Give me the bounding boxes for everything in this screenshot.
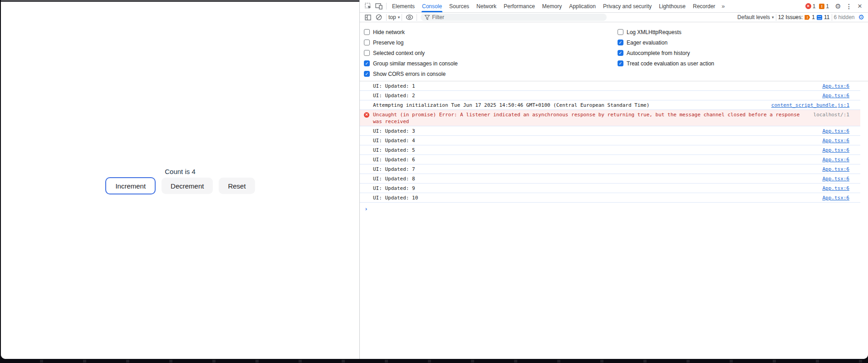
error-count: 1: [813, 3, 816, 10]
device-toolbar-icon[interactable]: [373, 1, 384, 12]
window-top-edge: [1, 0, 359, 2]
inspect-element-icon[interactable]: [363, 1, 373, 12]
console-setting-label: Preserve log: [373, 40, 403, 46]
console-setting-row[interactable]: Log XMLHttpRequests: [618, 27, 714, 37]
console-setting-label: Log XMLHttpRequests: [627, 29, 682, 35]
console-message-list: UI: Updated: 1 App.tsx:6 UI: Updated: 2 …: [360, 81, 868, 359]
checkbox-icon[interactable]: [364, 29, 370, 35]
checkbox-icon[interactable]: ✓: [364, 71, 370, 77]
console-setting-row[interactable]: ✓ Eager evaluation: [618, 37, 714, 48]
devtools-tab[interactable]: Lighthouse: [655, 0, 689, 12]
devtools-tab[interactable]: Memory: [539, 0, 565, 12]
devtools-tab-label: Privacy and security: [603, 3, 652, 10]
devtools-tab[interactable]: Application: [565, 0, 599, 12]
close-devtools-icon[interactable]: ✕: [854, 1, 865, 12]
log-levels-selector[interactable]: Default levels ▾: [737, 14, 774, 20]
console-setting-label: Group similar messages in console: [373, 60, 458, 67]
devtools-tab[interactable]: Performance: [500, 0, 539, 12]
hidden-messages-label[interactable]: 6 hidden: [834, 14, 855, 20]
console-setting-label: Eager evaluation: [627, 40, 667, 46]
devtools-tab[interactable]: Console: [418, 0, 446, 12]
reset-button[interactable]: Reset: [219, 178, 255, 194]
console-setting-row[interactable]: Hide network: [364, 27, 458, 37]
issues-counter[interactable]: 12 Issues: ! 1 11: [778, 14, 830, 20]
console-source-link[interactable]: App.tsx:6: [822, 137, 849, 144]
console-message-row: ✕ Uncaught (in promise) Error: A listene…: [360, 110, 860, 126]
console-setting-row[interactable]: ✓ Treat code evaluation as user action: [618, 58, 714, 69]
console-source-link[interactable]: content_script_bundle.js:1: [771, 102, 849, 109]
checkbox-icon[interactable]: ✓: [618, 60, 623, 66]
settings-gear-icon[interactable]: ⚙: [833, 1, 843, 12]
errors-indicator[interactable]: ✕ 1: [805, 3, 816, 10]
checkbox-icon[interactable]: [364, 40, 370, 45]
devtools-tab[interactable]: Recorder: [689, 0, 719, 12]
error-badge-icon: ✕: [805, 3, 811, 9]
live-expression-eye-icon[interactable]: [404, 12, 415, 23]
more-tabs-icon[interactable]: »: [719, 3, 727, 10]
console-message-text: UI: Updated: 3: [373, 128, 822, 134]
increment-button[interactable]: Increment: [105, 177, 156, 194]
error-icon: ✕: [364, 112, 369, 118]
console-source-link[interactable]: App.tsx:6: [822, 92, 849, 99]
console-message-text: Uncaught (in promise) Error: A listener …: [373, 111, 814, 125]
console-setting-row[interactable]: ✓ Group similar messages in console: [364, 58, 458, 69]
checkbox-icon[interactable]: ✓: [618, 40, 623, 45]
console-setting-label: Hide network: [373, 29, 405, 35]
checkbox-icon[interactable]: [618, 29, 623, 35]
devtools-tabbar: Elements Console Sources Network Perform…: [360, 0, 868, 13]
console-setting-label: Treat code evaluation as user action: [627, 60, 714, 67]
console-setting-row[interactable]: Selected context only: [364, 48, 458, 58]
console-settings-gear-icon[interactable]: ⚙: [858, 13, 864, 21]
filter-input[interactable]: Filter: [421, 14, 607, 21]
console-toolbar: top ▾ Filter Default levels ▾: [360, 13, 868, 22]
checkbox-icon[interactable]: ✓: [618, 50, 623, 56]
more-options-icon[interactable]: ⋮: [843, 1, 854, 12]
count-label: Count is 4: [1, 168, 359, 175]
console-source-link[interactable]: App.tsx:6: [822, 175, 849, 182]
clear-console-icon[interactable]: [373, 12, 384, 23]
counter-buttons-row: Increment Decrement Reset: [1, 178, 359, 194]
devtools-tab[interactable]: Sources: [446, 0, 473, 12]
console-message-row: UI: Updated: 6 App.tsx:6: [360, 155, 860, 164]
web-page-counter-app: Count is 4 Increment Decrement Reset: [1, 0, 359, 359]
console-settings-pane: Hide network Preserve log Selected conte…: [360, 22, 868, 81]
console-message-text: UI: Updated: 8: [373, 175, 822, 182]
warnings-indicator[interactable]: ! 1: [819, 3, 829, 10]
devtools-tab-label: Network: [476, 3, 496, 10]
console-prompt[interactable]: ›: [360, 203, 868, 212]
console-message-text: Attempting initialization Tue Jun 17 202…: [373, 102, 771, 109]
console-message-text: UI: Updated: 6: [373, 156, 822, 163]
devtools-tab[interactable]: Privacy and security: [599, 0, 655, 12]
console-message-row: UI: Updated: 2 App.tsx:6: [360, 91, 860, 100]
devtools-tab-label: Memory: [542, 3, 562, 10]
devtools-tab-label: Elements: [392, 3, 415, 10]
console-setting-row[interactable]: Preserve log: [364, 37, 458, 48]
console-source-link[interactable]: App.tsx:6: [822, 185, 849, 192]
devtools-tab-label: Sources: [449, 3, 469, 10]
console-source-link[interactable]: App.tsx:6: [822, 83, 849, 90]
console-sidebar-icon[interactable]: [363, 12, 373, 23]
devtools-tab[interactable]: Elements: [388, 0, 418, 12]
console-source-link[interactable]: App.tsx:6: [822, 147, 849, 154]
checkbox-icon[interactable]: [364, 50, 370, 56]
filter-funnel-icon: [425, 15, 430, 20]
checkbox-icon[interactable]: ✓: [364, 60, 370, 66]
console-setting-row[interactable]: ✓ Show CORS errors in console: [364, 69, 458, 79]
context-selector[interactable]: top ▾: [388, 14, 400, 20]
divider: [386, 3, 387, 10]
console-message-text: UI: Updated: 10: [373, 194, 822, 201]
console-message-text: UI: Updated: 2: [373, 92, 822, 99]
devtools-tab-label: Performance: [504, 3, 535, 10]
console-source-link[interactable]: App.tsx:6: [822, 156, 849, 163]
console-source-link[interactable]: App.tsx:6: [822, 128, 849, 134]
decrement-button[interactable]: Decrement: [162, 178, 213, 194]
console-setting-row[interactable]: ✓ Autocomplete from history: [618, 48, 714, 58]
console-source-link[interactable]: App.tsx:6: [822, 166, 849, 173]
console-source-link[interactable]: App.tsx:6: [822, 194, 849, 201]
console-source-link[interactable]: localhost/:1: [814, 111, 849, 118]
devtools-tab[interactable]: Network: [473, 0, 500, 12]
console-settings-left: Hide network Preserve log Selected conte…: [364, 27, 458, 79]
browser-window: Count is 4 Increment Decrement Reset: [1, 0, 868, 359]
console-message-row: Attempting initialization Tue Jun 17 202…: [360, 100, 860, 110]
issue-message-icon: [817, 15, 822, 20]
